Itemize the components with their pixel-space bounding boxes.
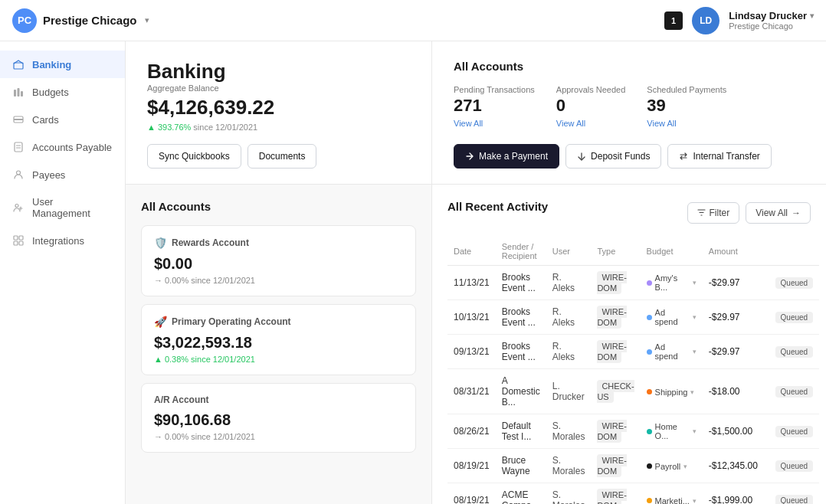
sidebar-label-budgets: Budgets <box>32 87 69 98</box>
filter-button[interactable]: Filter <box>687 202 740 224</box>
recent-activity-title: All Recent Activity <box>447 200 548 213</box>
sidebar-item-accounts-payable[interactable]: Accounts Payable <box>0 133 125 161</box>
cell-amount: -$29.97 <box>703 300 769 335</box>
svg-rect-3 <box>21 91 23 97</box>
sidebar-label-accounts-payable: Accounts Payable <box>32 142 112 153</box>
content-area: Banking Aggregate Balance $4,126,639.22 … <box>126 41 826 504</box>
nav-right: 1 LD Lindsay Drucker ▾ Prestige Chicago <box>664 7 814 34</box>
brand-name: Prestige Chicago <box>43 14 137 27</box>
brand-chevron-icon: ▾ <box>145 15 149 25</box>
payees-icon <box>12 169 25 181</box>
activity-actions: Filter View All → <box>687 202 811 224</box>
account-card-ar-header: A/R Account <box>154 394 403 405</box>
sidebar-item-integrations[interactable]: Integrations <box>0 227 125 254</box>
view-all-button[interactable]: View All → <box>746 202 811 224</box>
internal-transfer-button[interactable]: Internal Transfer <box>667 144 771 169</box>
cell-user: L. Drucker <box>546 369 592 414</box>
account-card-primary[interactable]: 🚀 Primary Operating Account $3,022,593.1… <box>141 304 416 375</box>
notification-count: 1 <box>671 16 676 25</box>
table-row[interactable]: 08/19/21 ACME Compa... S. Morales WIRE-D… <box>447 483 819 505</box>
cell-sender: A Domestic B... <box>496 369 546 414</box>
sidebar-label-integrations: Integrations <box>32 235 84 247</box>
table-row[interactable]: 11/13/21 Brooks Event ... R. Aleks WIRE-… <box>447 266 819 300</box>
make-payment-button[interactable]: Make a Payment <box>454 144 559 169</box>
svg-point-10 <box>15 205 18 208</box>
cell-user: S. Morales <box>546 483 592 505</box>
sidebar-label-cards: Cards <box>32 114 59 126</box>
cell-budget: Amy's B... ▾ <box>641 266 703 300</box>
view-all-arrow-icon: → <box>792 208 801 218</box>
cell-date: 09/13/21 <box>447 335 496 369</box>
cell-sender: Brooks Event ... <box>496 300 546 335</box>
balance-label: Aggregate Balance <box>147 83 410 93</box>
cell-date: 08/19/21 <box>447 449 496 483</box>
accounts-payable-icon <box>12 141 25 153</box>
cell-date: 08/19/21 <box>447 483 496 505</box>
svg-rect-12 <box>19 236 23 240</box>
cell-type: WIRE-DOM <box>591 300 640 335</box>
ar-account-name: A/R Account <box>154 394 209 405</box>
user-management-icon <box>12 201 25 214</box>
user-company: Prestige Chicago <box>729 21 814 31</box>
user-info: Lindsay Drucker ▾ Prestige Chicago <box>729 10 814 31</box>
col-user: User <box>546 237 592 266</box>
notification-badge[interactable]: 1 <box>664 11 683 30</box>
documents-button[interactable]: Documents <box>247 144 317 169</box>
stat-scheduled-value: 39 <box>647 96 726 116</box>
stat-scheduled-link[interactable]: View All <box>647 119 676 128</box>
table-row[interactable]: 08/19/21 Bruce Wayne S. Morales WIRE-DOM… <box>447 449 819 483</box>
stat-pending-link[interactable]: View All <box>454 119 483 128</box>
ar-account-change: → 0.00% since 12/01/2021 <box>154 432 403 441</box>
deposit-funds-button[interactable]: Deposit Funds <box>565 144 661 169</box>
cell-type: CHECK-US <box>591 369 640 414</box>
banking-icon <box>12 58 25 70</box>
svg-rect-2 <box>18 88 20 97</box>
sidebar-item-user-management[interactable]: User Management <box>0 188 125 227</box>
svg-rect-5 <box>14 119 23 120</box>
cell-budget: Payroll ▾ <box>641 449 703 483</box>
cell-budget: Home O... ▾ <box>641 414 703 449</box>
account-card-ar[interactable]: A/R Account $90,106.68 → 0.00% since 12/… <box>141 383 416 453</box>
top-nav: PC Prestige Chicago ▾ 1 LD Lindsay Druck… <box>0 0 826 41</box>
cell-sender: Brooks Event ... <box>496 335 546 369</box>
stat-approvals: Approvals Needed 0 View All <box>556 85 626 129</box>
all-accounts-title: All Accounts <box>454 60 805 73</box>
cell-status: Queued <box>769 414 820 449</box>
cell-amount: -$29.97 <box>703 266 769 300</box>
cell-type: WIRE-DOM <box>591 414 640 449</box>
cell-user: S. Morales <box>546 414 592 449</box>
stat-scheduled-label: Scheduled Payments <box>647 85 726 94</box>
table-row[interactable]: 08/31/21 A Domestic B... L. Drucker CHEC… <box>447 369 819 414</box>
cell-status: Queued <box>769 300 820 335</box>
table-row[interactable]: 10/13/21 Brooks Event ... R. Aleks WIRE-… <box>447 300 819 335</box>
rewards-account-change: → 0.00% since 12/01/2021 <box>154 276 403 285</box>
stat-approvals-link[interactable]: View All <box>556 119 585 128</box>
cell-user: S. Morales <box>546 449 592 483</box>
cell-amount: -$1,999.00 <box>703 483 769 505</box>
cell-sender: Brooks Event ... <box>496 266 546 300</box>
table-row[interactable]: 09/13/21 Brooks Event ... R. Aleks WIRE-… <box>447 335 819 369</box>
sidebar-item-cards[interactable]: Cards <box>0 106 125 133</box>
cell-budget: Ad spend ▾ <box>641 335 703 369</box>
svg-rect-1 <box>14 90 16 97</box>
balance-change: ▲ 393.76% since 12/01/2021 <box>147 123 410 132</box>
svg-rect-14 <box>19 241 23 245</box>
cell-date: 08/31/21 <box>447 369 496 414</box>
svg-rect-11 <box>14 236 18 240</box>
sidebar-item-budgets[interactable]: Budgets <box>0 78 125 106</box>
sidebar-label-payees: Payees <box>32 169 65 181</box>
sidebar-item-banking[interactable]: Banking <box>0 51 125 78</box>
cards-icon <box>12 113 25 126</box>
sidebar-item-payees[interactable]: Payees <box>0 161 125 188</box>
brand[interactable]: PC Prestige Chicago ▾ <box>12 8 149 33</box>
table-row[interactable]: 08/26/21 Default Test I... S. Morales WI… <box>447 414 819 449</box>
svg-rect-13 <box>14 241 18 245</box>
account-card-rewards[interactable]: 🛡️ Rewards Account $0.00 → 0.00% since 1… <box>141 225 416 296</box>
cell-type: WIRE-DOM <box>591 335 640 369</box>
stat-pending-value: 271 <box>454 96 535 116</box>
stat-scheduled: Scheduled Payments 39 View All <box>647 85 726 129</box>
rewards-account-name: Rewards Account <box>172 237 249 248</box>
bottom-section: All Accounts 🛡️ Rewards Account $0.00 → … <box>126 185 826 504</box>
account-card-rewards-header: 🛡️ Rewards Account <box>154 237 403 249</box>
sync-quickbooks-button[interactable]: Sync Quickbooks <box>147 144 241 169</box>
